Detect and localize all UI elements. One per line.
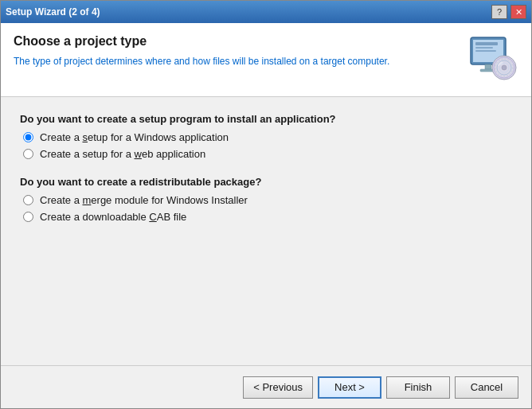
header-section: Choose a project type The type of projec… xyxy=(1,23,531,97)
radio-option-merge-module[interactable]: Create a merge module for Windows Instal… xyxy=(20,194,512,206)
help-button[interactable]: ? xyxy=(491,5,507,19)
question-label-redist: Do you want to create a redistributable … xyxy=(20,176,512,188)
svg-rect-2 xyxy=(485,64,491,69)
svg-point-9 xyxy=(502,65,507,70)
title-bar-controls: ? ✕ xyxy=(491,5,526,19)
cancel-button[interactable]: Cancel xyxy=(455,376,518,399)
next-button[interactable]: Next > xyxy=(318,376,381,399)
close-button[interactable]: ✕ xyxy=(510,5,526,19)
svg-rect-4 xyxy=(475,42,498,45)
radio-label-cab-file: Create a downloadable CAB file xyxy=(40,211,186,223)
page-title: Choose a project type xyxy=(14,34,467,49)
header-icon-container xyxy=(467,34,518,85)
radio-merge-module[interactable] xyxy=(23,195,33,205)
question-group-redist: Do you want to create a redistributable … xyxy=(20,176,512,223)
radio-label-merge-module: Create a merge module for Windows Instal… xyxy=(40,194,248,206)
svg-rect-6 xyxy=(475,50,496,52)
previous-button[interactable]: < Previous xyxy=(243,376,313,399)
question-group-app: Do you want to create a setup program to… xyxy=(20,113,512,160)
window-title: Setup Wizard (2 of 4) xyxy=(6,6,100,18)
radio-label-web-app: Create a setup for a web application xyxy=(40,148,205,160)
main-section: Do you want to create a setup program to… xyxy=(1,97,531,365)
radio-option-cab-file[interactable]: Create a downloadable CAB file xyxy=(20,211,512,223)
radio-web-app[interactable] xyxy=(23,149,33,159)
header-text: Choose a project type The type of projec… xyxy=(14,34,467,68)
setup-wizard-window: Setup Wizard (2 of 4) ? ✕ Choose a proje… xyxy=(0,0,532,409)
setup-disc-icon xyxy=(467,34,518,85)
wizard-footer: < Previous Next > Finish Cancel xyxy=(1,365,531,408)
radio-label-windows-app: Create a setup for a Windows application xyxy=(40,131,229,143)
radio-option-web-app[interactable]: Create a setup for a web application xyxy=(20,148,512,160)
title-bar: Setup Wizard (2 of 4) ? ✕ xyxy=(1,1,531,23)
radio-windows-app[interactable] xyxy=(23,132,33,142)
radio-option-windows-app[interactable]: Create a setup for a Windows application xyxy=(20,131,512,143)
radio-cab-file[interactable] xyxy=(23,212,33,222)
question-label-app: Do you want to create a setup program to… xyxy=(20,113,512,125)
svg-rect-5 xyxy=(475,47,493,49)
page-subtitle: The type of project determines where and… xyxy=(14,55,467,68)
finish-button[interactable]: Finish xyxy=(386,376,450,399)
wizard-content: Choose a project type The type of projec… xyxy=(1,23,531,408)
